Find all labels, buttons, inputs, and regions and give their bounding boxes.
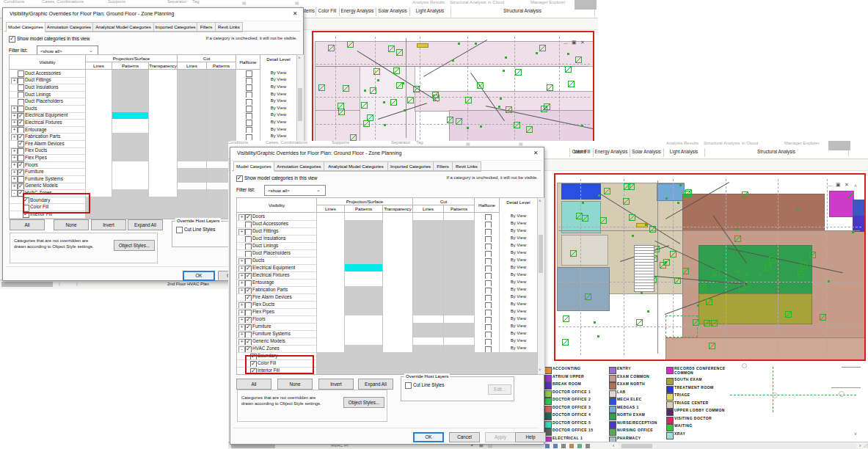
apply-button[interactable]: Apply — [485, 432, 516, 442]
filter-list-dropdown[interactable]: <show all>⌄ — [264, 185, 326, 196]
scroll-down-icon[interactable]: ˅ — [539, 368, 541, 372]
scroll-up-icon[interactable]: ˄ — [298, 56, 301, 60]
category-row[interactable]: Duct LiningsBy View — [237, 242, 538, 249]
category-row[interactable]: +Electrical EquipmentBy View — [10, 112, 297, 120]
view-tab-label[interactable]: 2nd Floor HVAC Plan — [167, 282, 209, 286]
zone-pharmacy[interactable] — [557, 267, 610, 311]
all-button[interactable]: All — [236, 379, 271, 390]
nav-icon[interactable] — [545, 444, 550, 448]
hscrollbar-track[interactable] — [619, 443, 856, 449]
category-row[interactable]: +Electrical FixturesBy View — [237, 271, 538, 279]
nav-icon[interactable] — [561, 444, 566, 448]
ok-button[interactable]: OK — [183, 271, 215, 281]
scroll-left-icon[interactable]: ‹ — [613, 443, 614, 448]
scroll-up-icon[interactable]: ˄ — [539, 199, 541, 203]
category-row[interactable]: Duct AccessoriesBy View — [10, 70, 297, 77]
category-row[interactable]: +Fabrication PartsBy View — [10, 133, 297, 140]
zone-lab[interactable] — [561, 235, 608, 266]
ribbon-context-item[interactable]: Separator — [391, 141, 410, 145]
all-button[interactable]: All — [10, 219, 45, 230]
help-button[interactable]: Help — [515, 432, 546, 442]
category-row[interactable]: +EntourageBy View — [237, 279, 538, 286]
ribbon-panel-label[interactable]: Solar Analysis — [378, 8, 407, 13]
ribbon-context-item[interactable]: Supports — [332, 141, 349, 145]
minimize-icon[interactable]: — — [828, 183, 832, 188]
close-view-icon[interactable]: ✕ — [580, 40, 585, 45]
ribbon-panel-label[interactable]: Energy Analysis — [595, 149, 628, 154]
object-styles-button[interactable]: Object Styles... — [343, 397, 384, 408]
zone-treatment-room[interactable] — [853, 200, 866, 216]
none-button[interactable]: None — [277, 379, 313, 390]
ok-button[interactable]: OK — [413, 432, 444, 442]
category-row[interactable]: +Flex DuctsBy View — [237, 301, 538, 308]
category-row[interactable]: +Electrical EquipmentBy View — [237, 264, 538, 271]
ribbon-gray-tool[interactable]: Manager Explorer — [530, 0, 566, 4]
close-icon[interactable]: ✕ — [291, 10, 299, 18]
expand-all-button[interactable]: Expand All — [128, 219, 163, 230]
category-row[interactable]: +DuctsBy View — [237, 257, 538, 264]
cancel-button[interactable]: Cancel — [449, 432, 480, 442]
category-row[interactable]: +EntourageBy View — [10, 126, 297, 134]
cut-line-styles-checkbox[interactable] — [405, 382, 412, 389]
category-row[interactable]: Duct LiningsBy View — [10, 91, 297, 98]
category-row[interactable]: Duct AccessoriesBy View — [237, 220, 538, 227]
category-row[interactable]: Duct InsulationsBy View — [10, 84, 297, 91]
ribbon-context-item[interactable]: Supports — [108, 0, 125, 4]
zone-nurse-reception[interactable] — [853, 214, 866, 232]
ribbon-gray-tool[interactable]: Structural Analysis — [450, 0, 486, 4]
expand-all-button[interactable]: Expand All — [358, 379, 393, 390]
ribbon-gray-tool[interactable]: Analysis Results — [666, 141, 699, 145]
scrollbar-thumb[interactable] — [539, 235, 543, 273]
ribbon-gray-tool[interactable]: Manager Explorer — [784, 141, 820, 145]
zone-exam-common-lower[interactable] — [665, 337, 866, 361]
close-icon[interactable]: ✕ — [532, 150, 539, 157]
nav-icon[interactable] — [577, 444, 582, 448]
ribbon-gray-tool[interactable]: Structural Analysis — [704, 141, 740, 145]
category-row[interactable]: +Electrical FixturesBy View — [10, 119, 297, 126]
category-row[interactable]: +Generic ModelsBy View — [237, 337, 538, 345]
ribbon-gray-tool[interactable]: in Cloud — [488, 0, 504, 4]
ribbon-context-item[interactable]: Conditions — [228, 141, 248, 145]
ribbon-panel-label[interactable]: Structural Analysis — [757, 149, 795, 154]
object-styles-button[interactable]: Object Styles... — [114, 240, 155, 251]
nav-icon[interactable] — [586, 444, 590, 448]
category-row[interactable]: Fire Alarm DevicesBy View — [237, 293, 538, 301]
category-row[interactable]: +Duct FittingsBy View — [237, 227, 538, 235]
ribbon-context-item[interactable]: Cases, Combinations — [266, 141, 307, 145]
view-tab-scroll-segment[interactable] — [1, 282, 53, 287]
nav-icon[interactable] — [569, 444, 574, 448]
floor-plan-view-colored[interactable]: —▣✕ — [554, 173, 866, 361]
ribbon-context-item[interactable]: Conditions — [4, 0, 24, 4]
table-scrollbar[interactable]: ˄˅ — [537, 197, 545, 375]
category-row[interactable]: +FurnitureBy View — [237, 323, 538, 330]
ribbon-gray-tool[interactable]: Analysis Results — [412, 0, 445, 4]
category-row[interactable]: +Fabrication PartsBy View — [237, 286, 538, 293]
ribbon-panel-label[interactable]: Color Fill — [318, 8, 337, 13]
close-view-icon[interactable]: ✕ — [845, 182, 849, 188]
zone-room[interactable] — [415, 91, 594, 112]
ribbon-gray-tool[interactable]: in Cloud — [742, 141, 758, 145]
category-row[interactable]: +FloorsBy View — [237, 315, 538, 323]
ribbon-context-item[interactable]: Separator — [167, 0, 186, 4]
invert-button[interactable]: Invert — [91, 219, 126, 230]
ribbon-panel-label[interactable]: Color Fill — [572, 149, 591, 154]
scrollbar-thumb[interactable] — [298, 88, 302, 121]
hscrollbar-thumb[interactable] — [621, 444, 652, 448]
nav-icon[interactable] — [553, 444, 558, 448]
category-row[interactable]: +DuctsBy View — [10, 105, 297, 112]
category-row[interactable]: Duct PlaceholdersBy View — [237, 249, 538, 257]
ribbon-context-item[interactable]: Tag — [192, 0, 200, 4]
category-row[interactable]: +Flex PipesBy View — [237, 308, 538, 315]
zone-room[interactable] — [449, 110, 594, 145]
ribbon-panel-label[interactable]: Solar Analysis — [632, 149, 661, 154]
restore-icon[interactable]: ▣ — [836, 182, 841, 188]
cut-line-styles-checkbox[interactable] — [176, 227, 183, 233]
ribbon-panel-label[interactable]: Structural Analysis — [503, 8, 541, 13]
tab-model-categories[interactable]: Model Categories — [233, 161, 274, 172]
category-row[interactable]: Duct PlaceholdersBy View — [10, 98, 297, 105]
category-row[interactable]: +DoorsBy View — [237, 213, 538, 220]
category-row[interactable]: +Furniture SystemsBy View — [237, 330, 538, 337]
invert-button[interactable]: Invert — [318, 379, 354, 390]
scroll-right-icon[interactable]: › — [859, 443, 861, 448]
none-button[interactable]: None — [54, 219, 89, 230]
